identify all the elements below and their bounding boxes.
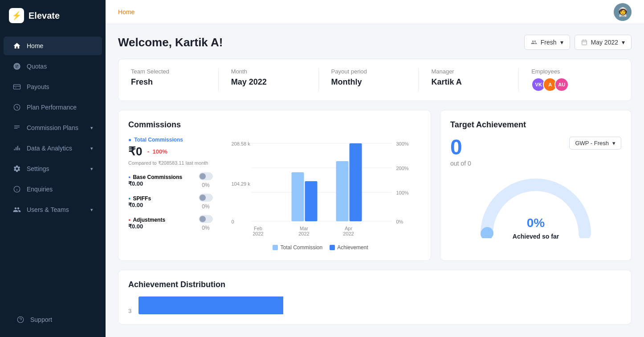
svg-text:Apr: Apr [345,226,352,231]
commission-plans-arrow: ▾ [90,125,93,131]
sidebar-item-data-analytics[interactable]: Data & Analytics ▾ [4,139,102,158]
period-filter-arrow: ▾ [622,39,625,46]
settings-arrow: ▾ [90,166,93,172]
total-commissions-pct: 100% [146,148,167,155]
stat-row-spiffs: SPIFFs ₹0.00 0% [128,194,213,210]
summary-month: Month May 2022 [218,68,318,92]
target-metric-label: GWP - Fresh [575,140,609,146]
bar-mar-commission [292,172,304,221]
sidebar-item-commission-plans[interactable]: Commission Plans ▾ [4,118,102,137]
logo-icon: ⚡ [9,8,24,23]
topbar-right: 🧑‍🚀 [614,3,632,21]
gauge-label: Achieved so far [513,233,559,240]
sidebar-quotas-label: Quotas [27,63,93,70]
team-filter-dropdown[interactable]: Fresh ▾ [524,35,570,50]
summary-team: Team Selected Fresh [131,68,218,92]
legend-dot-total [273,245,278,250]
achievement-bar [139,296,621,314]
quotas-icon [12,62,21,71]
target-metric-dropdown[interactable]: GWP - Fresh ▾ [569,137,621,150]
stat-base-pct: 0% [202,182,209,188]
sidebar-data-analytics-label: Data & Analytics [27,145,85,152]
page-content: Welcome, Kartik A! Fresh ▾ May 2022 ▾ Te… [106,24,644,337]
stat-adjustments-toggle[interactable] [199,215,213,223]
svg-text:300%: 300% [396,141,409,146]
stat-adjustments-pct: 0% [202,225,209,231]
users-teams-arrow: ▾ [90,207,93,213]
compared-text: Compared to ₹208583.11 last month [128,160,213,166]
svg-text:Feb: Feb [254,226,262,231]
sidebar-payouts-label: Payouts [27,83,93,90]
period-filter-dropdown[interactable]: May 2022 ▾ [575,35,632,50]
user-avatar[interactable]: 🧑‍🚀 [614,3,632,21]
sidebar-item-home[interactable]: Home [4,37,102,55]
stat-spiffs-toggle[interactable] [199,194,213,202]
data-analytics-icon [12,144,21,153]
stat-base-toggle[interactable] [199,172,213,180]
app-logo[interactable]: ⚡ Elevate [0,0,106,31]
page-title: Welcome, Kartik A! [118,36,223,49]
commissions-title: Commissions [128,120,421,130]
dashboard-grid: Commissions Total Commissions ₹0 100% [118,110,632,261]
achievement-y-value: 3 [128,308,131,314]
header-controls: Fresh ▾ May 2022 ▾ [524,35,632,50]
target-achievement-card: Target Achievement 0 out of 0 GWP - Fres… [440,110,632,261]
svg-text:200%: 200% [396,166,409,171]
summary-payout-value: Monthly [331,77,406,87]
sidebar-item-quotas[interactable]: Quotas [4,57,102,76]
sidebar-enquiries-label: Enquiries [27,186,93,193]
achievement-distribution-card: Achievement Distribution 3 [118,270,632,325]
sidebar-item-enquiries[interactable]: Enquiries [4,180,102,199]
sidebar-item-payouts[interactable]: Payouts [4,77,102,96]
svg-text:100%: 100% [396,190,409,195]
stat-adjustments-name: Adjustments [128,217,165,223]
sidebar-item-users-teams[interactable]: Users & Teams ▾ [4,200,102,219]
support-icon [16,315,25,324]
sidebar-settings-label: Settings [27,165,85,172]
legend-achievement-label: Achievement [337,244,368,251]
plan-performance-icon [12,103,21,112]
summary-payout-label: Payout period [331,68,406,75]
settings-icon [12,164,21,173]
commissions-inner: Total Commissions ₹0 100% Compared to ₹2… [128,137,421,251]
enquiries-icon [12,185,21,194]
employee-avatar-au: AU [554,77,569,92]
achievement-distribution-content: 3 [128,296,621,314]
breadcrumb[interactable]: Home [118,8,135,16]
data-analytics-arrow: ▾ [90,146,93,151]
svg-point-4 [17,317,24,323]
summary-payout: Payout period Monthly [318,68,419,92]
period-filter-label: May 2022 [591,39,618,46]
page-header: Welcome, Kartik A! Fresh ▾ May 2022 ▾ [118,35,632,50]
stat-spiffs-left: SPIFFs ₹0.00 [128,195,151,208]
summary-employees: Employees VK A AU [518,68,619,92]
team-filter-label: Fresh [541,39,557,46]
commission-chart: 208.58 k 104.29 k 0 300% 200% 100% 0% [220,137,421,251]
sidebar-commission-plans-label: Commission Plans [27,124,85,131]
sidebar-users-teams-label: Users & Teams [27,206,85,213]
sidebar-item-support[interactable]: Support [7,310,98,329]
svg-text:0%: 0% [396,219,404,224]
target-achievement-title: Target Achievement [450,120,621,130]
sidebar-item-plan-performance[interactable]: Plan Performance [4,98,102,117]
stat-adjustments-left: Adjustments ₹0.00 [128,217,165,230]
summary-manager-value: Kartik A [431,77,506,87]
bar-apr-achievement [350,143,362,221]
sidebar-item-settings[interactable]: Settings ▾ [4,159,102,178]
total-commissions-amount: ₹0 100% [128,145,213,158]
stat-row-base: Base Commissions ₹0.00 0% [128,172,213,188]
bar-apr-commission [336,161,349,221]
chart-legend: Total Commission Achievement [220,244,421,251]
sidebar-nav: Home Quotas Payouts Plan Performance [0,31,106,302]
achievement-distribution-title: Achievement Distribution [128,280,621,289]
chart-svg: 208.58 k 104.29 k 0 300% 200% 100% 0% [220,137,421,239]
main-content: Home 🧑‍🚀 Welcome, Kartik A! Fresh ▾ May … [106,0,644,337]
target-header: 0 out of 0 GWP - Fresh ▾ [450,137,621,167]
gauge-pct: 0% [527,216,545,230]
svg-text:2022: 2022 [343,231,354,236]
legend-total-label: Total Commission [280,244,322,251]
total-commissions-label: Total Commissions [128,137,213,143]
employees-avatars: VK A AU [531,77,606,92]
users-teams-icon [12,205,21,214]
summary-employees-label: Employees [531,68,606,75]
